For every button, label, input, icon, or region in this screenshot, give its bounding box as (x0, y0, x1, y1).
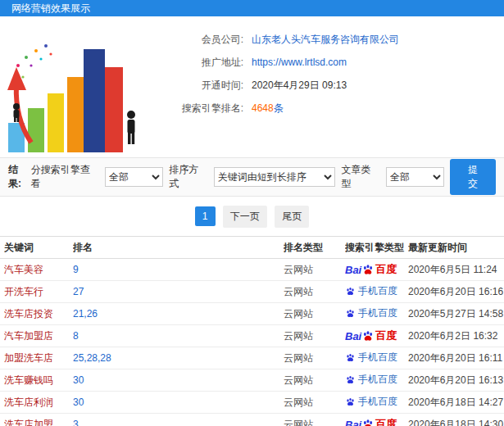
type-filter-select[interactable]: 全部 (386, 167, 444, 187)
open-time-label: 开通时间: (152, 79, 243, 93)
results-table: 关键词 排名 排名类型 搜索引擎类型 最新更新时间 汽车美容9云网站Bai百度2… (0, 236, 504, 426)
paw-icon (361, 418, 375, 426)
table-row: 汽车美容9云网站Bai百度2020年6月5日 11:24 (0, 259, 504, 281)
sort-filter-label: 排序方式 (169, 163, 208, 191)
update-time-cell: 2020年6月5日 11:24 (408, 263, 504, 277)
type-filter-label: 文章类型 (341, 163, 380, 191)
engine-cell: 手机百度 (345, 306, 408, 321)
update-time-cell: 2020年6月20日 16:11 (408, 351, 504, 365)
baidu-logo-icon: Bai百度 (345, 262, 397, 277)
keyword-cell: 洗车店利润 (4, 396, 73, 410)
paw-icon (345, 286, 356, 297)
table-header-row: 关键词 排名 排名类型 搜索引擎类型 最新更新时间 (0, 237, 504, 259)
update-time-cell: 2020年6月20日 16:13 (408, 374, 504, 387)
company-link[interactable]: 山东老人头汽车服务咨询有限公司 (252, 33, 399, 47)
engine-filter-label: 分搜索引擎查看 (31, 163, 99, 191)
table-row: 洗车店加盟3云网站Bai百度2020年6月18日 14:30 (0, 414, 504, 426)
info-row-open-time: 开通时间: 2020年4月29日 09:13 (152, 74, 399, 97)
update-time-cell: 2020年6月18日 14:27 (408, 396, 504, 410)
rank-type-cell: 云网站 (284, 351, 345, 365)
table-row: 汽车加盟店8云网站Bai百度2020年6月2日 16:32 (0, 325, 504, 347)
company-label: 会员公司: (152, 33, 243, 47)
header-engine-type: 搜索引擎类型 (345, 241, 408, 255)
rank-cell: 8 (73, 330, 284, 342)
mobile-baidu-icon: 手机百度 (345, 284, 397, 298)
rank-cell: 21,26 (73, 308, 284, 320)
rank-type-cell: 云网站 (284, 307, 345, 321)
info-row-company: 会员公司: 山东老人头汽车服务咨询有限公司 (152, 28, 399, 51)
rank-count-number: 4648 (252, 102, 274, 114)
company-info: 会员公司: 山东老人头汽车服务咨询有限公司 推广地址: https://www.… (152, 16, 399, 157)
rank-cell: 27 (73, 286, 284, 297)
keyword-cell: 加盟洗车店 (4, 351, 73, 365)
filter-bar: 结果: 分搜索引擎查看 全部 排序方式 关键词由短到长排序 文章类型 全部 提交 (0, 157, 504, 197)
promo-url-label: 推广地址: (152, 56, 243, 70)
paw-icon (361, 329, 375, 342)
page-header: 网络营销效果展示 (0, 0, 504, 16)
rank-count-value: 4648条 (252, 102, 284, 116)
baidu-logo-icon: Bai百度 (345, 329, 397, 343)
illustration-wrap (0, 16, 152, 157)
mobile-baidu-icon: 手机百度 (345, 395, 397, 409)
update-time-cell: 2020年6月20日 16:16 (408, 285, 504, 299)
rank-cell: 30 (73, 374, 284, 386)
engine-cell: Bai百度 (345, 417, 408, 426)
rank-cell: 9 (73, 264, 284, 275)
paw-icon (345, 308, 356, 319)
keyword-cell: 洗车店投资 (4, 307, 73, 321)
update-time-cell: 2020年5月27日 14:58 (408, 307, 504, 321)
result-section-label: 结果: (8, 163, 31, 191)
next-page-link[interactable]: 下一页 (223, 206, 267, 228)
rank-count-unit: 条 (274, 102, 284, 114)
engine-cell: 手机百度 (345, 284, 408, 299)
engine-cell: 手机百度 (345, 351, 408, 365)
header-keyword: 关键词 (4, 241, 73, 255)
rank-cell: 30 (73, 397, 284, 408)
update-time-cell: 2020年6月18日 14:30 (408, 418, 504, 426)
engine-cell: 手机百度 (345, 373, 408, 387)
keyword-cell: 汽车加盟店 (4, 329, 73, 343)
keyword-cell: 洗车赚钱吗 (4, 374, 73, 387)
rank-type-cell: 云网站 (284, 418, 345, 426)
rank-type-cell: 云网站 (284, 374, 345, 387)
filter-controls: 分搜索引擎查看 全部 排序方式 关键词由短到长排序 文章类型 全部 提交 (31, 159, 496, 195)
mobile-baidu-icon: 手机百度 (345, 306, 397, 320)
page-title: 网络营销效果展示 (11, 2, 90, 14)
info-row-url: 推广地址: https://www.lrtlsd.com (152, 51, 399, 74)
rank-type-cell: 云网站 (284, 396, 345, 410)
engine-cell: 手机百度 (345, 395, 408, 410)
paw-icon (361, 263, 375, 276)
header-update-time: 最新更新时间 (408, 241, 504, 255)
paw-icon (345, 374, 356, 385)
baidu-logo-icon: Bai百度 (345, 417, 397, 426)
table-row: 洗车店投资21,26云网站手机百度2020年5月27日 14:58 (0, 303, 504, 325)
pagination: 1 下一页 尾页 (0, 197, 504, 236)
table-row: 加盟洗车店25,28,28云网站手机百度2020年6月20日 16:11 (0, 347, 504, 369)
table-row: 洗车店利润30云网站手机百度2020年6月18日 14:27 (0, 392, 504, 414)
paw-icon (345, 352, 356, 363)
table-row: 洗车赚钱吗30云网站手机百度2020年6月20日 16:13 (0, 369, 504, 392)
header-rank-type: 排名类型 (284, 241, 345, 255)
keyword-cell: 洗车店加盟 (4, 418, 73, 426)
page-number-current[interactable]: 1 (195, 206, 216, 226)
last-page-link[interactable]: 尾页 (275, 206, 309, 228)
rank-cell: 25,28,28 (73, 352, 284, 364)
submit-button[interactable]: 提交 (450, 159, 496, 195)
sort-filter-select[interactable]: 关键词由短到长排序 (214, 167, 336, 187)
engine-filter-select[interactable]: 全部 (105, 167, 163, 187)
open-time-value: 2020年4月29日 09:13 (252, 79, 347, 93)
rank-type-cell: 云网站 (284, 329, 345, 343)
info-section: 会员公司: 山东老人头汽车服务咨询有限公司 推广地址: https://www.… (0, 16, 504, 157)
keyword-cell: 汽车美容 (4, 263, 73, 277)
update-time-cell: 2020年6月2日 16:32 (408, 329, 504, 343)
rank-type-cell: 云网站 (284, 285, 345, 299)
bar-chart-illustration (3, 20, 149, 156)
mobile-baidu-icon: 手机百度 (345, 373, 397, 387)
mobile-baidu-icon: 手机百度 (345, 351, 397, 365)
promo-url-link[interactable]: https://www.lrtlsd.com (252, 57, 347, 68)
table-body: 汽车美容9云网站Bai百度2020年6月5日 11:24开洗车行27云网站手机百… (0, 259, 504, 426)
engine-cell: Bai百度 (345, 262, 408, 277)
info-row-rank-count: 搜索引擎排名: 4648条 (152, 97, 399, 120)
rank-count-label: 搜索引擎排名: (152, 102, 243, 116)
keyword-cell: 开洗车行 (4, 285, 73, 299)
